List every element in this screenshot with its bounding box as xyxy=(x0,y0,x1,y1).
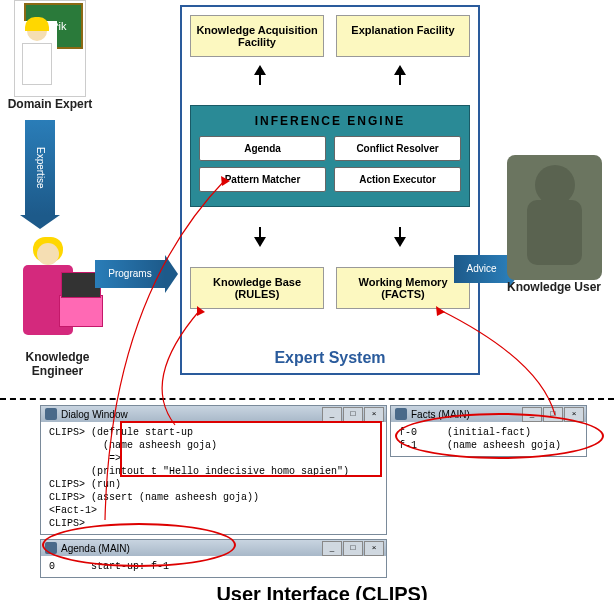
domain-expert-illustration: Σe^ik xyxy=(14,0,86,97)
maximize-button[interactable]: □ xyxy=(343,541,363,556)
conflict-resolver-box: Conflict Resolver xyxy=(334,136,461,161)
knowledge-engineer: Knowledge Engineer xyxy=(0,235,115,378)
knowledge-engineer-illustration xyxy=(8,235,108,350)
facts-highlight xyxy=(395,413,604,459)
close-button[interactable]: × xyxy=(364,407,384,422)
expert-system-box: Knowledge Acquisition Facility Explanati… xyxy=(180,5,480,375)
kaf-box: Knowledge Acquisition Facility xyxy=(190,15,324,57)
programs-arrow: Programs xyxy=(95,260,165,288)
knowledge-engineer-label: Knowledge Engineer xyxy=(0,350,115,378)
rules-highlight xyxy=(120,421,382,477)
knowledge-base-box: Knowledge Base (RULES) xyxy=(190,267,324,309)
action-executor-box: Action Executor xyxy=(334,167,461,192)
pattern-matcher-box: Pattern Matcher xyxy=(199,167,326,192)
working-memory-box: Working Memory (FACTS) xyxy=(336,267,470,309)
agenda-box: Agenda xyxy=(199,136,326,161)
dialog-title: Dialog Window xyxy=(61,409,128,420)
maximize-button[interactable]: □ xyxy=(343,407,363,422)
section-divider xyxy=(0,398,614,400)
ef-box: Explanation Facility xyxy=(336,15,470,57)
minimize-button[interactable]: _ xyxy=(322,541,342,556)
knowledge-user: Knowledge User xyxy=(494,155,614,294)
teacher-figure xyxy=(17,21,57,91)
thinker-statue-icon xyxy=(507,155,602,280)
domain-expert-label: Domain Expert xyxy=(5,97,95,111)
expertise-arrow: Expertise xyxy=(25,120,55,215)
minimize-button[interactable]: _ xyxy=(322,407,342,422)
inference-engine-title: INFERENCE ENGINE xyxy=(199,114,461,128)
knowledge-user-label: Knowledge User xyxy=(494,280,614,294)
expert-system-title: Expert System xyxy=(182,349,478,367)
close-button[interactable]: × xyxy=(364,541,384,556)
inference-engine-box: INFERENCE ENGINE Agenda Conflict Resolve… xyxy=(190,105,470,207)
domain-expert: Σe^ik Domain Expert xyxy=(5,0,95,111)
window-icon xyxy=(45,408,57,420)
laptop-icon xyxy=(59,295,103,327)
ui-title: User Interface (CLIPS) xyxy=(40,583,604,600)
agenda-highlight xyxy=(42,523,236,567)
window-icon xyxy=(395,408,407,420)
dialog-titlebar[interactable]: Dialog Window _ □ × xyxy=(41,406,386,422)
